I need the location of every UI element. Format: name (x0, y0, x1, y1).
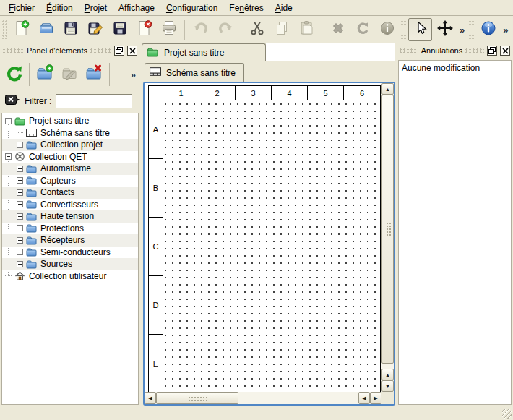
tree-expander[interactable] (17, 166, 23, 172)
edit-category-button[interactable] (58, 61, 81, 87)
schema-icon (26, 127, 37, 138)
tree-expander[interactable] (5, 153, 12, 160)
scroll-left-button[interactable]: ◀ (358, 392, 370, 404)
scroll-right-button[interactable]: ▶ (370, 392, 381, 404)
tree-expander[interactable] (17, 213, 23, 220)
tree-expander[interactable] (17, 177, 23, 184)
menu-item[interactable]: Affichage (113, 1, 160, 15)
save-button[interactable] (59, 18, 82, 41)
project-tab[interactable]: Projet sans titre (142, 43, 266, 61)
delete-category-button[interactable] (82, 61, 105, 87)
rotate-button[interactable] (350, 18, 374, 41)
paste-button[interactable] (294, 18, 318, 41)
clear-filter-button[interactable] (5, 94, 20, 108)
rotate-icon (354, 20, 371, 40)
open-button[interactable] (34, 18, 58, 41)
tree-item[interactable]: Collection projet (2, 139, 138, 151)
vertical-scrollbar[interactable]: ▲ ▲ ▼ (381, 83, 394, 392)
tree-item[interactable]: Semi-conducteurs (2, 247, 138, 259)
diagram-canvas[interactable]: 123456 ABCDE (145, 83, 381, 392)
menu-item[interactable]: Projet (79, 1, 113, 15)
menu-item[interactable]: Édition (40, 1, 79, 15)
toolbar-separator (241, 20, 241, 40)
select-mode-button[interactable] (408, 18, 432, 41)
copy-button[interactable] (270, 18, 293, 41)
toolbar-drag-handle[interactable] (2, 20, 7, 39)
tree-item[interactable]: Convertisseurs (2, 199, 138, 211)
diagram-frame: 123456 ABCDE (148, 85, 381, 392)
horizontal-scroll-thumb[interactable] (156, 392, 238, 404)
resize-grip[interactable] (502, 409, 512, 419)
vertical-scroll-thumb[interactable] (381, 95, 394, 364)
close-file-button[interactable] (132, 18, 156, 41)
undo-list-item[interactable]: Aucune modification (401, 62, 509, 74)
info-gray-icon (379, 20, 396, 40)
delete-folder-icon (85, 64, 103, 85)
new-category-button[interactable] (33, 61, 56, 87)
redo-button[interactable] (213, 18, 237, 41)
toolbar-overflow-button[interactable]: » (501, 25, 510, 35)
tree-expander[interactable] (5, 118, 12, 124)
tree-item[interactable]: Automatisme (2, 163, 138, 175)
dock-grip-texture[interactable] (400, 48, 418, 53)
tree-item[interactable]: Protections (2, 223, 138, 235)
close-panel-button[interactable] (500, 46, 510, 56)
diagram-tab[interactable]: Schéma sans titre (145, 63, 244, 82)
tree-expander[interactable] (17, 249, 23, 255)
menu-item[interactable]: Aide (270, 1, 298, 15)
horizontal-scrollbar[interactable]: ◀ ◀ ▶ (145, 392, 381, 404)
dock-grip-texture[interactable] (90, 48, 111, 53)
tree-expander[interactable] (17, 189, 23, 196)
reload-collections-button[interactable] (2, 61, 25, 87)
menu-item[interactable]: Fichier (3, 1, 40, 15)
tree-item[interactable]: Sources (2, 258, 138, 270)
tree-item[interactable]: Projet sans titre (2, 115, 138, 127)
new-project-button[interactable] (9, 18, 33, 41)
delete-button[interactable] (326, 18, 350, 41)
panel-toolbar-overflow-button[interactable]: » (129, 69, 138, 80)
toolbar-drag-handle[interactable] (401, 20, 406, 39)
blue-folder-icon (26, 163, 37, 174)
tree-item[interactable]: Schéma sans titre (2, 127, 138, 140)
toolbar-overflow-button[interactable]: » (457, 25, 467, 35)
float-panel-button[interactable] (487, 46, 497, 56)
save-as-icon (87, 20, 104, 40)
scroll-down-button[interactable]: ▼ (381, 380, 394, 392)
scroll-up-button[interactable]: ▲ (381, 83, 394, 95)
float-panel-button[interactable] (114, 46, 124, 56)
tree-item[interactable]: Récepteurs (2, 234, 138, 247)
print-button[interactable] (157, 18, 181, 41)
close-panel-button[interactable] (127, 46, 137, 56)
dock-grip-texture[interactable] (465, 48, 484, 53)
scroll-left-button[interactable]: ◀ (145, 392, 156, 404)
menu-item[interactable]: Fenêtres (223, 1, 269, 15)
tree-expander[interactable] (17, 142, 23, 148)
scroll-up-button[interactable]: ▲ (381, 369, 394, 380)
save-as-button[interactable] (83, 18, 107, 41)
menu-item[interactable]: Configuration (160, 1, 223, 15)
tree-item[interactable]: Collection utilisateur (2, 270, 138, 283)
save-all-button[interactable] (108, 18, 132, 41)
tree-branch-line (17, 132, 23, 133)
undo-history-list[interactable]: Aucune modification (398, 60, 512, 405)
undo-button[interactable] (189, 18, 212, 41)
about-button[interactable] (476, 18, 500, 41)
tree-expander[interactable] (17, 261, 23, 267)
tree-expander[interactable] (17, 201, 23, 207)
cursor-arrow-icon (412, 20, 429, 40)
tree-item[interactable]: Capteurs (2, 175, 138, 187)
tree-expander[interactable] (17, 225, 23, 231)
diagram-info-button[interactable] (375, 18, 399, 41)
tree-item[interactable]: Collection QET (2, 151, 138, 163)
dock-grip-texture[interactable] (3, 48, 24, 53)
dock-splitter[interactable] (139, 43, 142, 406)
tree-expander[interactable] (17, 237, 23, 244)
tree-item-label: Collection utilisateur (29, 271, 106, 281)
qelectrotech-window: FichierÉditionProjetAffichageConfigurati… (0, 0, 513, 420)
tree-item[interactable]: Contacts (2, 187, 138, 199)
filter-input[interactable] (56, 94, 132, 108)
cut-button[interactable] (245, 18, 269, 41)
toolbar-drag-handle[interactable] (469, 20, 474, 39)
tree-item[interactable]: Haute tension (2, 210, 138, 223)
move-mode-button[interactable] (433, 18, 457, 41)
